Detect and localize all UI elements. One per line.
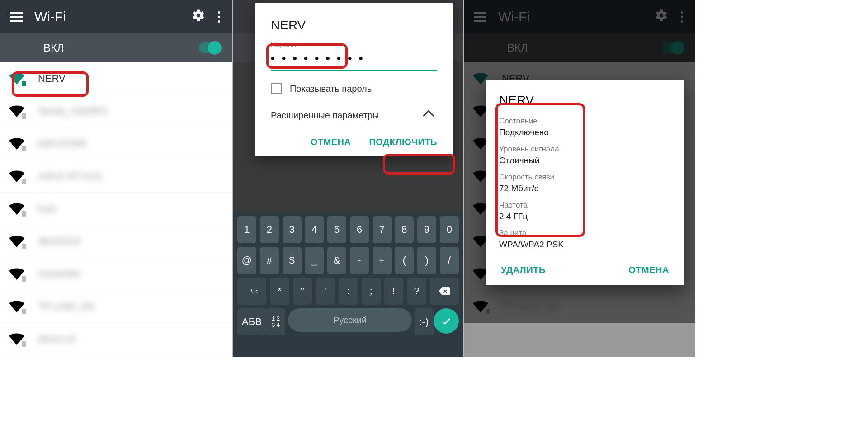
detail-row: Скорость связи72 Мбит/с: [499, 173, 671, 193]
menu-icon[interactable]: [8, 9, 24, 25]
wifi-network-row[interactable]: Tenda_A3D9F0: [0, 95, 232, 127]
keyboard-key[interactable]: (: [395, 247, 414, 274]
advanced-label: Расширенные параметры: [271, 110, 379, 121]
wifi-network-name: Kyiv: [38, 203, 57, 215]
keyboard-mode-key[interactable]: АБВ: [237, 308, 266, 335]
keyboard-key[interactable]: 0: [440, 216, 459, 243]
spacebar-key[interactable]: Русский: [288, 308, 412, 332]
keyboard-key[interactable]: _: [305, 247, 324, 274]
detail-key: Скорость связи: [499, 173, 671, 182]
password-label: Пароль: [271, 41, 437, 49]
detail-value: Подключено: [499, 127, 671, 137]
keyboard-key[interactable]: 3: [283, 216, 302, 243]
wifi-network-name: direct-x2: [38, 333, 76, 345]
wifi-network-row[interactable]: Kyiv: [0, 193, 232, 225]
cancel-button[interactable]: ОТМЕНА: [311, 137, 351, 147]
detail-key: Состояние: [499, 117, 671, 126]
cancel-button[interactable]: ОТМЕНА: [628, 265, 669, 275]
wifi-network-row[interactable]: KIEVSTAR: [0, 127, 232, 160]
keyboard-key[interactable]: 5: [327, 216, 346, 243]
keyboard-key[interactable]: @: [237, 247, 256, 274]
detail-key: Защита: [499, 229, 671, 238]
backspace-key[interactable]: [430, 278, 459, 305]
wifi-network-row[interactable]: direct-x2: [0, 323, 232, 355]
page-title: Wi-Fi: [34, 9, 192, 24]
checkbox-icon[interactable]: [271, 83, 282, 94]
advanced-options-row[interactable]: Расширенные параметры: [271, 108, 437, 133]
chevron-up-icon: [423, 110, 434, 121]
connect-button[interactable]: ПОДКЛЮЧИТЬ: [369, 137, 437, 147]
wifi-network-name: HomeNet: [38, 268, 80, 280]
wifi-network-name: Tenda_A3D9F0: [38, 105, 107, 117]
keyboard-shift-key[interactable]: = \ <: [237, 278, 266, 305]
keyboard-key[interactable]: *: [270, 278, 289, 305]
wifi-signal-icon: [9, 105, 24, 117]
keyboard-key[interactable]: 6: [350, 216, 369, 243]
detail-value: WPA/WPA2 PSK: [499, 240, 671, 250]
screen-wifi-details: Wi-Fi ВКЛ NERVTenda_A3D9F0KIEVSTARASUS R…: [464, 0, 695, 357]
detail-value: 2,4 ГГц: [499, 212, 671, 222]
keyboard-key[interactable]: :: [339, 278, 358, 305]
forget-button[interactable]: УДАЛИТЬ: [501, 265, 546, 275]
keyboard-key[interactable]: ;: [362, 278, 381, 305]
keyboard-key[interactable]: +: [373, 247, 392, 274]
keyboard-key[interactable]: ': [316, 278, 335, 305]
screen-wifi-list: Wi-Fi ВКЛ NERVTenda_A3D9F0KIEVSTARASUS R…: [0, 0, 232, 357]
detail-value: Отличный: [499, 156, 671, 165]
wifi-signal-icon: [9, 333, 24, 345]
keyboard-key[interactable]: ": [293, 278, 312, 305]
soft-keyboard[interactable]: 1234567890 @#$_&-+()/ = \ <*"':;!? АБВ1 …: [233, 212, 463, 357]
screen-wifi-password: NERV Пароль • • • • • • • • • Показывать…: [233, 0, 463, 357]
keyboard-enter-key[interactable]: [434, 308, 459, 334]
wifi-network-name: ASUS RT-N12: [38, 170, 102, 182]
overflow-icon[interactable]: [208, 9, 224, 25]
keyboard-key[interactable]: 7: [373, 216, 392, 243]
keyboard-key[interactable]: #: [260, 247, 279, 274]
wifi-network-row[interactable]: ASUS RT-N12: [0, 160, 232, 193]
app-header: Wi-Fi: [0, 0, 232, 33]
wifi-network-row[interactable]: TP-LINK_5G: [0, 290, 232, 323]
show-password-row[interactable]: Показывать пароль: [271, 83, 437, 94]
wifi-signal-icon: [9, 301, 24, 312]
show-password-label: Показывать пароль: [290, 84, 372, 94]
dialog-title: NERV: [271, 18, 437, 33]
wifi-network-name: KIEVSTAR: [38, 138, 86, 150]
wifi-signal-icon: [9, 138, 24, 150]
keyboard-key[interactable]: ?: [407, 278, 426, 305]
keyboard-key[interactable]: 2: [260, 216, 279, 243]
wifi-signal-icon: [9, 73, 24, 85]
keyboard-key[interactable]: $: [283, 247, 302, 274]
detail-key: Уровень сигнала: [499, 145, 671, 154]
wifi-signal-icon: [9, 236, 24, 247]
password-input[interactable]: • • • • • • • • •: [271, 49, 437, 71]
settings-icon[interactable]: [192, 9, 208, 25]
connect-dialog: NERV Пароль • • • • • • • • • Показывать…: [255, 3, 453, 156]
wifi-toggle-label: ВКЛ: [43, 42, 64, 54]
emoji-key[interactable]: :-): [415, 308, 434, 335]
wifi-network-row[interactable]: NERV: [0, 62, 232, 95]
wifi-network-name: NERV: [38, 73, 66, 85]
keyboard-key[interactable]: 8: [395, 216, 414, 243]
keyboard-key[interactable]: ): [417, 247, 436, 274]
dialog-title: NERV: [499, 93, 671, 108]
keyboard-key[interactable]: 9: [417, 216, 436, 243]
wifi-toggle-row[interactable]: ВКЛ: [0, 33, 232, 62]
keyboard-numeric-key[interactable]: 1 2 3 4: [266, 308, 285, 335]
wifi-toggle-switch[interactable]: [199, 42, 221, 53]
keyboard-key[interactable]: -: [350, 247, 369, 274]
keyboard-key[interactable]: &: [327, 247, 346, 274]
detail-row: Уровень сигналаОтличный: [499, 145, 671, 165]
wifi-network-row[interactable]: HomeNet: [0, 258, 232, 290]
wifi-signal-icon: [9, 203, 24, 215]
wifi-network-name: TP-LINK_5G: [38, 301, 95, 312]
keyboard-key[interactable]: /: [440, 247, 459, 274]
wifi-signal-icon: [9, 170, 24, 182]
detail-value: 72 Мбит/с: [499, 184, 671, 193]
wifi-network-row[interactable]: dlink2019: [0, 225, 232, 258]
keyboard-key[interactable]: 4: [305, 216, 324, 243]
detail-row: ЗащитаWPA/WPA2 PSK: [499, 229, 671, 250]
wifi-signal-icon: [9, 268, 24, 280]
keyboard-key[interactable]: 1: [237, 216, 256, 243]
detail-key: Частота: [499, 201, 671, 210]
keyboard-key[interactable]: !: [384, 278, 403, 305]
